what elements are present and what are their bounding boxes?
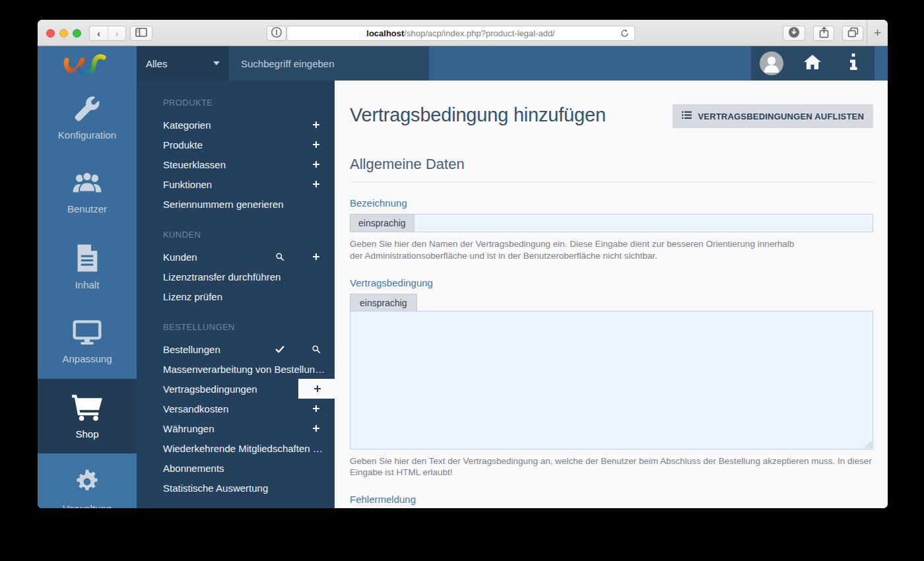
bezeichnung-language-tab[interactable]: einsprachig (350, 214, 414, 232)
menu-item-wiederkehrende-mitgliedschaften[interactable]: Wiederkehrende Mitgliedschaften … (137, 438, 335, 458)
menu-item-label: Vertragsbedingungen (163, 383, 257, 395)
menu-section-title: KUNDEN (137, 228, 335, 242)
menu-item-label: Lizenztransfer durchführen (163, 271, 280, 282)
menu-item-massenverarbeitung[interactable]: Massenverarbeitung von Bestellun… (137, 359, 335, 379)
user-menu-button[interactable] (751, 46, 792, 81)
users-icon (72, 171, 102, 196)
woltlab-logo[interactable] (38, 46, 137, 81)
url-host: localhost (366, 28, 404, 38)
menu-item-produkte[interactable]: Produkte (137, 135, 335, 154)
menu-item-statistische-auswertung[interactable]: Statistische Auswertung (137, 478, 335, 498)
plus-icon[interactable] (312, 120, 321, 129)
avatar (760, 51, 783, 75)
menu-item-label: Massenverarbeitung von Bestellun… (163, 364, 325, 375)
fehlermeldung-label: Fehlermeldung (350, 494, 873, 505)
downloads-button[interactable] (783, 26, 805, 41)
menu-item-label: Seriennummern generieren (163, 199, 284, 210)
vertragsbedingung-label: Vertragsbedingung (350, 277, 873, 288)
minimize-window-button[interactable] (59, 29, 68, 38)
browser-window: ‹ › localhost/shop/acp/index.php?product… (38, 20, 888, 508)
section-title: Allgemeine Daten (350, 156, 873, 182)
url-path: /shop/acp/index.php?product-legal-add/ (404, 28, 554, 38)
main-sidebar: Konfiguration Benutzer (38, 81, 137, 508)
address-bar[interactable]: localhost/shop/acp/index.php?product-leg… (286, 26, 635, 41)
back-button[interactable]: ‹ (90, 26, 108, 40)
tab-overview-button[interactable] (842, 26, 863, 41)
menu-item-abonnements[interactable]: Abonnements (137, 458, 335, 478)
menu-item-label: Funktionen (163, 179, 212, 190)
menu-item-versandkosten[interactable]: Versandkosten (137, 399, 335, 418)
acp-top-nav: Alles (38, 46, 888, 81)
acp-search (229, 46, 429, 81)
list-button-label: VERTRAGSBEDINGUNGEN AUFLISTEN (698, 112, 864, 121)
check-icon[interactable] (275, 345, 284, 354)
close-window-button[interactable] (46, 29, 55, 38)
menu-item-lizenztransfer-durchfuehren[interactable]: Lizenztransfer durchführen (137, 267, 335, 286)
sidebar-item-anpassung[interactable]: Anpassung (38, 304, 137, 379)
menu-section-title: PRODUKTE (137, 96, 335, 110)
plus-icon[interactable] (312, 252, 321, 261)
menu-item-lizenz-pruefen[interactable]: Lizenz prüfen (137, 286, 335, 306)
chevron-down-icon (213, 61, 220, 65)
bezeichnung-input-group: einsprachig (350, 214, 873, 232)
shop-menu-panel: PRODUKTE Kategorien Produkte Steuerklass… (137, 81, 335, 508)
nav-icon-group (751, 46, 874, 81)
plus-icon[interactable] (312, 404, 321, 413)
sidebar-toggle-icon (135, 28, 147, 40)
share-icon (819, 26, 829, 41)
sidebar-item-verwaltung[interactable]: Verwaltung (38, 453, 137, 508)
plus-icon[interactable] (312, 424, 321, 433)
search-scope-dropdown[interactable]: Alles (137, 46, 229, 81)
bezeichnung-input[interactable] (414, 214, 873, 232)
list-vertragsbedingungen-button[interactable]: VERTRAGSBEDINGUNGEN AUFLISTEN (673, 104, 873, 128)
share-button[interactable] (813, 26, 834, 41)
nav-end-spacer (874, 46, 888, 81)
menu-item-waehrungen[interactable]: Währungen (137, 418, 335, 438)
woltlab-logo-icon (63, 50, 111, 77)
plus-icon[interactable] (312, 160, 321, 169)
menu-item-seriennummern-generieren[interactable]: Seriennummern generieren (137, 194, 335, 214)
password-extension-button[interactable] (267, 26, 286, 41)
search-icon[interactable] (275, 252, 284, 261)
password-extension-icon (271, 26, 282, 41)
search-scope-value: Alles (146, 58, 168, 69)
zoom-window-button[interactable] (73, 29, 81, 38)
sidebar-item-konfiguration[interactable]: Konfiguration (38, 81, 137, 155)
download-icon (788, 26, 800, 41)
new-tab-button[interactable]: + (867, 20, 888, 46)
sidebar-item-label: Benutzer (67, 203, 107, 214)
sidebar-item-label: Anpassung (62, 353, 112, 364)
sidebar-item-label: Shop (75, 428, 98, 440)
vertragsbedingung-textarea[interactable] (350, 311, 873, 449)
menu-section-title: BESTELLUNGEN (137, 321, 335, 334)
sidebar-item-shop[interactable]: Shop (38, 379, 137, 453)
sidebar-item-benutzer[interactable]: Benutzer (38, 155, 137, 230)
menu-item-kategorien[interactable]: Kategorien (137, 115, 335, 135)
list-icon (682, 111, 692, 121)
menu-item-funktionen[interactable]: Funktionen (137, 174, 335, 194)
sidebar-item-inhalt[interactable]: Inhalt (38, 230, 137, 304)
bezeichnung-help-text: Geben Sie hier den Namen der Vertragsbed… (350, 238, 799, 262)
menu-item-label: Lizenz prüfen (163, 291, 222, 302)
plus-icon[interactable] (312, 180, 321, 189)
desktop-icon (73, 319, 102, 346)
menu-item-steuerklassen[interactable]: Steuerklassen (137, 154, 335, 174)
menu-item-label: Kategorien (163, 119, 211, 131)
acp-search-input[interactable] (229, 58, 429, 69)
plus-icon-active[interactable] (298, 379, 335, 399)
search-icon[interactable] (312, 345, 321, 354)
sidebar-toggle-button[interactable] (130, 26, 152, 41)
plus-icon[interactable] (312, 140, 321, 149)
home-button[interactable] (792, 46, 833, 81)
menu-item-label: Währungen (163, 423, 214, 434)
content-header: Vertragsbedingung hinzufügen VERTRAGSBED… (350, 104, 873, 128)
reload-icon[interactable] (620, 28, 630, 40)
menu-item-vertragsbedingungen[interactable]: Vertragsbedingungen (137, 379, 335, 399)
forward-button[interactable]: › (108, 26, 125, 40)
menu-item-bestellungen[interactable]: Bestellungen (137, 339, 335, 359)
vertragsbedingung-language-tab[interactable]: einsprachig (350, 294, 417, 312)
sidebar-item-label: Inhalt (75, 279, 100, 290)
menu-item-kunden[interactable]: Kunden (137, 247, 335, 267)
sidebar-item-label: Verwaltung (63, 503, 112, 509)
info-button[interactable] (833, 46, 874, 81)
